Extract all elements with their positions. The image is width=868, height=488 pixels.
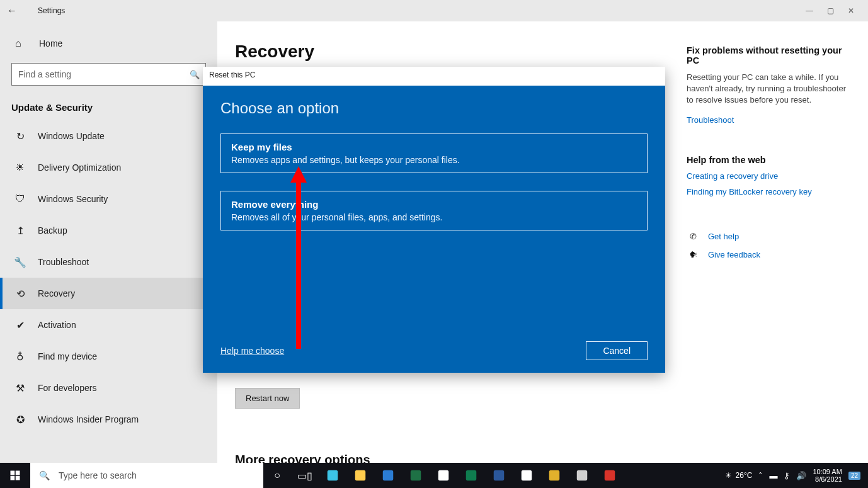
minimize-button[interactable]: — [806,6,813,15]
nav-label: Windows Update [38,131,105,141]
start-button[interactable] [0,463,30,488]
action-center-badge[interactable]: 22 [848,472,860,480]
taskbar-app-excel[interactable] [402,463,430,488]
sidebar-item-windows-update[interactable]: ↻Windows Update [0,120,217,152]
taskbar-app-task-view[interactable]: ▭▯ [291,463,319,488]
svg-rect-11 [522,470,532,481]
taskbar: 🔍 Type here to search ○▭▯ ☀ 26°C ˄ ▬ ⚷ 🔊… [0,463,868,488]
svg-rect-6 [383,470,394,481]
option-keep-my-files[interactable]: Keep my files Removes apps and settings,… [220,133,648,173]
svg-rect-10 [494,470,505,481]
tray-clock[interactable]: 10:09 AM 8/6/2021 [813,468,842,483]
sidebar-item-activation[interactable]: ✔Activation [0,309,217,341]
taskbar-app-project[interactable] [457,463,485,488]
sidebar-item-delivery-optimization[interactable]: ⛯Delivery Optimization [0,152,217,183]
taskbar-app-folder2[interactable] [540,463,568,488]
close-button[interactable]: ✕ [848,6,854,15]
system-tray: ☀ 26°C ˄ ▬ ⚷ 🔊 10:09 AM 8/6/2021 22 [725,463,868,488]
search-icon: 🔍 [184,70,205,79]
web-link-recovery-drive[interactable]: Creating a recovery drive [687,171,852,181]
give-feedback-row[interactable]: 🗣 Give feedback [687,250,852,259]
taskbar-app-store[interactable] [430,463,457,488]
taskbar-app-chrome[interactable] [513,463,540,488]
option-remove-desc: Removes all of your personal files, apps… [231,212,637,222]
taskbar-app-edge[interactable] [319,463,346,488]
reset-pc-modal: Reset this PC Choose an option Keep my f… [203,67,665,373]
nav-icon: ↻ [14,130,26,142]
tray-volume-icon[interactable]: 🔊 [796,471,806,480]
sidebar: ⌂ Home 🔍 Update & Security ↻Windows Upda… [0,21,217,488]
get-help-icon: ✆ [687,232,699,241]
nav-label: Activation [38,320,76,330]
fix-body: Resetting your PC can take a while. If y… [687,72,852,106]
tray-chevron-up-icon[interactable]: ˄ [758,471,763,480]
weather-widget[interactable]: ☀ 26°C [725,471,753,480]
tray-wifi-icon[interactable]: ⚷ [784,471,790,480]
taskbar-app-cortana[interactable]: ○ [263,463,291,488]
sidebar-item-troubleshoot[interactable]: 🔧Troubleshoot [0,246,217,278]
nav-icon: 🛡 [14,193,26,205]
settings-search-input[interactable] [12,64,184,85]
feedback-icon: 🗣 [687,250,699,259]
nav-icon: ⛯ [14,162,26,173]
window-title-bar: ← Settings — ▢ ✕ [0,0,868,21]
nav-icon: ⟲ [14,288,26,300]
option-keep-desc: Removes apps and settings, but keeps you… [231,155,637,165]
window-buttons: — ▢ ✕ [806,0,868,21]
nav-label: For developers [38,383,96,393]
windows-logo-icon [9,470,21,481]
option-remove-everything[interactable]: Remove everything Removes all of your pe… [220,191,648,230]
web-link-bitlocker[interactable]: Finding my BitLocker recovery key [687,187,852,196]
settings-search[interactable]: 🔍 [11,63,206,86]
modal-title-bar: Reset this PC [203,67,665,86]
svg-rect-12 [549,470,560,481]
troubleshoot-link[interactable]: Troubleshoot [687,115,852,125]
svg-rect-5 [355,470,366,481]
svg-rect-4 [328,470,338,481]
taskbar-search-placeholder: Type here to search [59,470,137,480]
maximize-button[interactable]: ▢ [827,6,834,15]
home-label: Home [39,38,62,48]
weather-icon: ☀ [725,471,732,480]
taskbar-search-icon: 🔍 [39,470,50,480]
cancel-button[interactable]: Cancel [586,341,648,360]
web-help-heading: Help from the web [687,155,852,165]
get-help-row[interactable]: ✆ Get help [687,232,852,241]
nav-icon: ↥ [14,225,26,237]
tray-battery-icon[interactable]: ▬ [769,471,777,480]
svg-rect-2 [11,476,15,480]
sidebar-item-windows-insider-program[interactable]: ✪Windows Insider Program [0,404,217,435]
nav-label: Windows Insider Program [38,414,139,424]
back-icon[interactable]: ← [5,5,19,16]
sidebar-home[interactable]: ⌂ Home [0,28,217,63]
svg-rect-1 [16,471,20,475]
sidebar-item-find-my-device[interactable]: ♁Find my device [0,341,217,372]
sidebar-item-windows-security[interactable]: 🛡Windows Security [0,183,217,215]
sidebar-item-recovery[interactable]: ⟲Recovery [0,278,217,309]
nav-label: Recovery [38,288,75,298]
svg-rect-3 [16,476,20,480]
help-me-choose-link[interactable]: Help me choose [220,346,284,356]
sidebar-category-label: Update & Security [0,97,217,120]
sidebar-item-for-developers[interactable]: ⚒For developers [0,372,217,404]
svg-rect-8 [438,470,449,481]
nav-label: Backup [38,225,67,235]
page-title: Recovery [235,42,669,62]
fix-heading: Fix problems without resetting your PC [687,45,852,65]
nav-label: Windows Security [38,194,108,204]
option-remove-title: Remove everything [231,199,637,210]
taskbar-app-acrobat[interactable] [596,463,624,488]
weather-temp: 26°C [736,471,753,480]
get-help-label: Get help [708,232,739,241]
taskbar-app-word[interactable] [485,463,513,488]
nav-label: Delivery Optimization [38,162,121,173]
svg-rect-13 [577,470,588,481]
taskbar-search[interactable]: 🔍 Type here to search [30,463,263,488]
taskbar-app-settings[interactable] [568,463,596,488]
restart-now-button[interactable]: Restart now [235,388,300,409]
taskbar-app-mail[interactable] [374,463,402,488]
nav-icon: 🔧 [14,256,26,268]
sidebar-item-backup[interactable]: ↥Backup [0,215,217,246]
window-caption: Settings [38,6,65,15]
taskbar-app-file-explorer[interactable] [346,463,374,488]
